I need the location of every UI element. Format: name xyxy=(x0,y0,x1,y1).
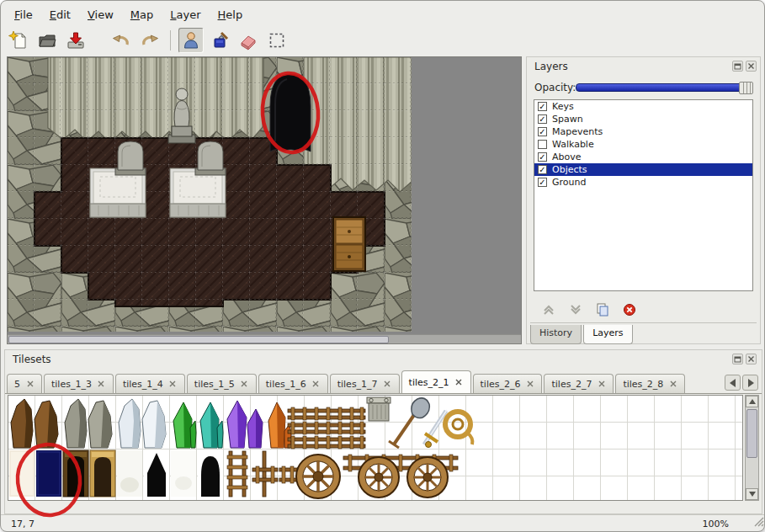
scroll-down-icon[interactable] xyxy=(746,488,758,500)
layer-checkbox[interactable]: ✓ xyxy=(538,114,547,124)
layer-checkbox[interactable]: ✓ xyxy=(538,178,547,187)
menu-file[interactable]: File xyxy=(6,6,41,24)
tileset-tab-active[interactable]: tiles_2_1 xyxy=(401,370,471,393)
menu-help[interactable]: Help xyxy=(210,6,252,24)
tab-close-icon[interactable] xyxy=(525,380,534,389)
close-panel-icon[interactable] xyxy=(746,61,757,72)
select-tool-button[interactable] xyxy=(264,28,290,53)
resize-grip[interactable] xyxy=(753,514,764,530)
tile-round-cave[interactable] xyxy=(198,450,223,497)
gravestone-left xyxy=(115,141,146,175)
tileset-vertical-scrollbar[interactable] xyxy=(745,395,759,501)
tileset-canvas[interactable] xyxy=(8,395,743,501)
undo-button[interactable] xyxy=(109,28,134,53)
layer-checkbox[interactable]: ✓ xyxy=(538,165,547,174)
tile-dark-doorway[interactable] xyxy=(63,450,88,497)
tab-close-icon[interactable] xyxy=(311,380,321,389)
tileset-tab-label: tiles_2_1 xyxy=(409,377,449,388)
layer-row-spawn[interactable]: ✓ Spawn xyxy=(534,113,752,125)
tab-scroll-right-button[interactable] xyxy=(742,375,758,391)
menu-map[interactable]: Map xyxy=(122,6,162,24)
eraser-tool-button[interactable] xyxy=(236,28,261,53)
vscroll-handle[interactable] xyxy=(746,409,757,458)
layer-row-ground[interactable]: ✓ Ground xyxy=(534,176,752,189)
tab-scroll-left-button[interactable] xyxy=(725,375,741,391)
tile-pointed-cave[interactable] xyxy=(144,450,169,497)
tab-close-icon[interactable] xyxy=(454,378,464,387)
close-panel-icon[interactable] xyxy=(746,354,757,364)
opacity-label: Opacity: xyxy=(534,82,576,93)
tileset-tab[interactable]: tiles_1_6 xyxy=(258,374,328,393)
tile-pale-2[interactable] xyxy=(171,450,196,497)
menu-edit[interactable]: Edit xyxy=(41,6,79,24)
layer-move-up-button[interactable] xyxy=(540,302,557,317)
layer-row-objects[interactable]: ✓ Objects xyxy=(534,163,752,176)
map-hscroll-handle[interactable] xyxy=(8,336,389,343)
opacity-slider-handle[interactable] xyxy=(739,82,753,94)
altar-platform-right xyxy=(170,168,226,217)
map-canvas-area[interactable] xyxy=(7,56,522,344)
tile-pale-1[interactable] xyxy=(117,450,142,497)
tileset-tab[interactable]: tiles_1_3 xyxy=(44,374,114,393)
layer-list[interactable]: ✓ Keys ✓ Spawn ✓ Mapevents Walkable ✓ Ab… xyxy=(534,99,753,291)
tile-tan-doorway[interactable] xyxy=(90,450,115,497)
tileset-tab[interactable]: tiles_2_7 xyxy=(544,374,614,393)
tile-navy-selected[interactable] xyxy=(36,450,61,497)
stamp-tool-icon xyxy=(181,30,201,51)
tab-close-icon[interactable] xyxy=(668,380,677,389)
tileset-tab[interactable]: 5 xyxy=(7,374,42,393)
tileset-tab[interactable]: tiles_1_5 xyxy=(187,374,257,393)
tileset-tab[interactable]: tiles_2_8 xyxy=(615,374,685,393)
map-canvas[interactable] xyxy=(8,57,412,332)
layer-row-keys[interactable]: ✓ Keys xyxy=(534,100,752,113)
tile-wheel-large[interactable] xyxy=(296,455,340,498)
opacity-slider[interactable] xyxy=(576,83,753,92)
menubar: File Edit View Map Layer Help xyxy=(6,5,251,24)
tileset-tab[interactable]: tiles_1_4 xyxy=(115,374,185,393)
new-file-button[interactable] xyxy=(6,28,31,53)
layer-checkbox[interactable]: ✓ xyxy=(538,152,547,162)
tile-wheel-3[interactable] xyxy=(407,457,448,497)
layer-checkbox[interactable]: ✓ xyxy=(538,127,547,136)
save-icon xyxy=(66,30,86,51)
tilesets-panel-title: Tilesets xyxy=(13,354,51,365)
layers-panel: Layers Opacity: ✓ Keys ✓ xyxy=(526,56,761,344)
stamp-tool-button[interactable] xyxy=(178,28,204,53)
map-horizontal-scrollbar[interactable] xyxy=(8,334,521,343)
duplicate-layer-button[interactable] xyxy=(594,302,611,317)
layer-checkbox[interactable] xyxy=(538,140,547,149)
wooden-cabinet xyxy=(333,217,365,271)
delete-layer-button[interactable] xyxy=(621,302,638,317)
tab-close-icon[interactable] xyxy=(597,380,606,389)
layer-row-mapevents[interactable]: ✓ Mapevents xyxy=(534,125,752,138)
menu-layer[interactable]: Layer xyxy=(162,6,209,24)
open-button[interactable] xyxy=(35,28,60,53)
tab-close-icon[interactable] xyxy=(168,380,178,389)
tab-layers[interactable]: Layers xyxy=(583,325,632,344)
save-button[interactable] xyxy=(63,28,88,53)
tab-close-icon[interactable] xyxy=(383,380,392,389)
tile-wheel-2[interactable] xyxy=(359,457,399,497)
dock-tabbar: History Layers xyxy=(530,325,633,344)
tile-column-capital[interactable] xyxy=(367,397,390,421)
tab-close-icon[interactable] xyxy=(25,380,35,389)
tile-cream[interactable] xyxy=(9,450,35,497)
layer-move-down-button[interactable] xyxy=(567,302,584,317)
tab-history[interactable]: History xyxy=(530,325,582,344)
fill-tool-button[interactable] xyxy=(207,28,232,53)
float-panel-icon[interactable] xyxy=(732,61,743,72)
scroll-up-icon[interactable] xyxy=(746,396,758,407)
redo-button[interactable] xyxy=(137,28,162,53)
tileset-tab[interactable]: tiles_1_7 xyxy=(330,374,400,393)
float-panel-icon[interactable] xyxy=(732,354,743,364)
tileset-tab[interactable]: tiles_2_6 xyxy=(473,374,543,393)
layer-row-walkable[interactable]: Walkable xyxy=(534,138,752,151)
layer-checkbox[interactable]: ✓ xyxy=(538,102,547,111)
redo-icon xyxy=(140,30,160,51)
tab-close-icon[interactable] xyxy=(97,380,106,389)
toolbar xyxy=(6,26,293,55)
tab-close-icon[interactable] xyxy=(240,380,249,389)
layer-row-above[interactable]: ✓ Above xyxy=(534,151,752,163)
menu-view[interactable]: View xyxy=(79,6,122,24)
fill-tool-icon xyxy=(210,30,230,51)
